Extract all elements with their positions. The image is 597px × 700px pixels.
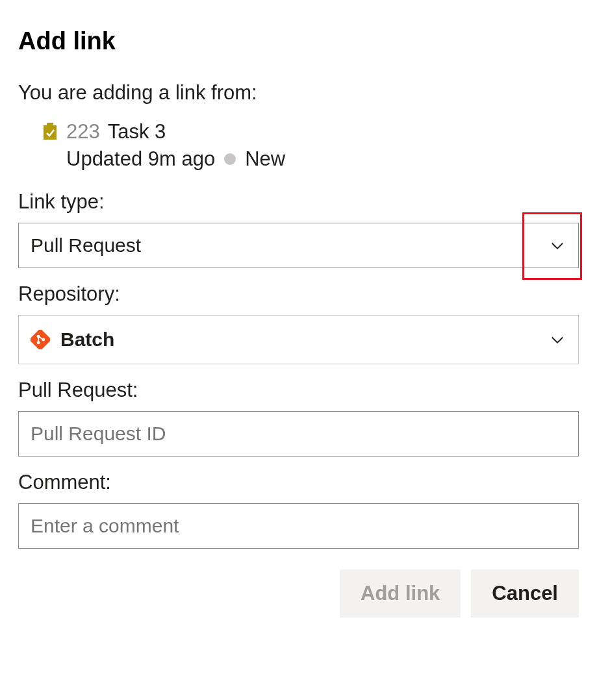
svg-rect-0 (44, 125, 57, 140)
pull-request-input[interactable]: Pull Request ID (18, 411, 579, 456)
link-type-value: Pull Request (31, 234, 141, 256)
pull-request-label: Pull Request: (18, 379, 579, 402)
work-item-title: Task 3 (108, 120, 166, 144)
task-icon (42, 123, 58, 141)
svg-rect-2 (31, 330, 50, 349)
comment-input[interactable]: Enter a comment (18, 503, 579, 549)
comment-label: Comment: (18, 471, 579, 494)
chevron-down-icon (548, 236, 566, 255)
link-type-select[interactable]: Pull Request (18, 223, 579, 268)
work-item-id: 223 (66, 120, 100, 144)
comment-placeholder: Enter a comment (31, 515, 179, 537)
work-item-state: New (245, 147, 285, 171)
repository-value: Batch (60, 329, 114, 351)
state-dot-icon (224, 153, 236, 165)
source-work-item: 223 Task 3 Updated 9m ago New (42, 120, 579, 171)
chevron-down-icon (548, 331, 566, 349)
repository-select[interactable]: Batch (18, 315, 579, 364)
cancel-button[interactable]: Cancel (471, 569, 579, 618)
link-type-label: Link type: (18, 190, 579, 214)
intro-text: You are adding a link from: (18, 81, 579, 105)
dialog-title: Add link (18, 27, 579, 55)
svg-point-4 (37, 341, 40, 344)
work-item-updated: Updated 9m ago (66, 147, 215, 171)
add-link-button[interactable]: Add link (340, 569, 461, 618)
repository-label: Repository: (18, 282, 579, 306)
pull-request-placeholder: Pull Request ID (31, 423, 166, 445)
svg-rect-1 (47, 123, 53, 127)
git-repo-icon (31, 330, 50, 349)
